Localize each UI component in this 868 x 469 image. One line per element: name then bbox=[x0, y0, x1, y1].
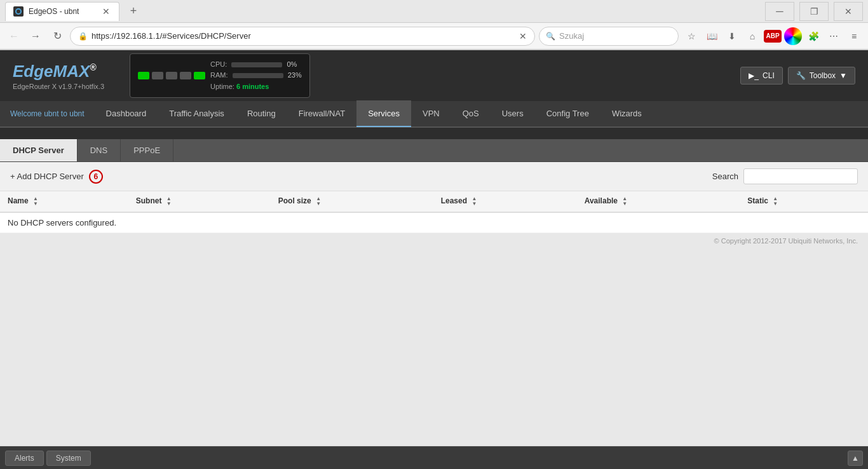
badge-number: 6 bbox=[89, 170, 103, 184]
close-button[interactable]: ✕ bbox=[834, 2, 863, 21]
expand-button[interactable]: ▲ bbox=[848, 451, 863, 466]
copyright-text: © Copyright 2012-2017 Ubiquiti Networks,… bbox=[0, 233, 868, 248]
forward-button[interactable]: → bbox=[27, 27, 44, 45]
cpu-bar-container bbox=[231, 62, 282, 67]
browser-actions: ☆ 📖 ⬇ ⌂ ABP 🧩 ⋯ ≡ bbox=[682, 27, 863, 45]
search-label: Search bbox=[712, 172, 738, 181]
col-name[interactable]: Name ▲▼ bbox=[0, 191, 128, 212]
sub-tab-pppoe[interactable]: PPPoE bbox=[121, 139, 173, 161]
ram-value: 23% bbox=[288, 71, 302, 79]
device-status-panel: CPU: 0% RAM: 23% Uptime: 6 minutes bbox=[130, 53, 310, 99]
logo-edge: Edge bbox=[13, 62, 53, 81]
toolbox-button[interactable]: 🔧 Toolbox ▼ bbox=[788, 67, 855, 85]
minimize-button[interactable]: ─ bbox=[765, 2, 794, 21]
table-toolbar: + Add DHCP Server 6 Search bbox=[0, 162, 868, 191]
cpu-stat: CPU: 0% bbox=[210, 59, 302, 71]
system-button[interactable]: System bbox=[46, 451, 91, 466]
tab-firewall-nat[interactable]: Firewall/NAT bbox=[287, 100, 356, 127]
tab-close-button[interactable]: ✕ bbox=[101, 6, 111, 17]
search-input[interactable] bbox=[743, 168, 858, 184]
reload-button[interactable]: ↻ bbox=[48, 27, 66, 45]
app-container: EdgeMAX® EdgeRouter X v1.9.7+hotfix.3 CP… bbox=[0, 50, 868, 139]
search-bar[interactable]: 🔍 Szukaj bbox=[539, 27, 679, 46]
home-button[interactable]: ⌂ bbox=[743, 27, 761, 45]
tab-users[interactable]: Users bbox=[491, 100, 535, 127]
browser-tab-active[interactable]: EdgeOS - ubnt ✕ bbox=[5, 2, 119, 21]
table-header-row: Name ▲▼ Subnet ▲▼ Pool size ▲▼ Leased ▲▼ bbox=[0, 191, 868, 212]
empty-message: No DHCP servers configured. bbox=[0, 212, 868, 233]
logo-area: EdgeMAX® EdgeRouter X v1.9.7+hotfix.3 bbox=[13, 62, 104, 90]
cpu-label: CPU: bbox=[210, 60, 227, 68]
tab-routing[interactable]: Routing bbox=[236, 100, 287, 127]
ram-label: RAM: bbox=[210, 71, 228, 79]
terminal-icon: ▶_ bbox=[749, 71, 759, 80]
col-available[interactable]: Available ▲▼ bbox=[577, 191, 740, 212]
tab-traffic-analysis[interactable]: Traffic Analysis bbox=[158, 100, 236, 127]
tab-dashboard[interactable]: Dashboard bbox=[95, 100, 158, 127]
new-tab-button[interactable]: + bbox=[125, 3, 142, 20]
app-header: EdgeMAX® EdgeRouter X v1.9.7+hotfix.3 CP… bbox=[0, 50, 868, 101]
cli-button[interactable]: ▶_ CLI bbox=[740, 67, 782, 85]
search-area: Search bbox=[712, 168, 858, 184]
nav-username[interactable]: ubnt bbox=[44, 109, 61, 118]
leased-sort-icon: ▲▼ bbox=[471, 196, 477, 207]
url-bar[interactable]: 🔒 https://192.168.1.1/#Services/DHCP/Ser… bbox=[70, 27, 535, 46]
tab-services[interactable]: Services bbox=[356, 100, 411, 127]
col-static[interactable]: Static ▲▼ bbox=[740, 191, 868, 212]
add-dhcp-server-button[interactable]: + Add DHCP Server bbox=[10, 172, 84, 181]
toolbox-icon: 🔧 bbox=[796, 71, 806, 80]
url-reload-icon: ✕ bbox=[519, 31, 527, 41]
more-button[interactable]: ⋯ bbox=[825, 27, 843, 45]
uptime-stat: Uptime: 6 minutes bbox=[210, 81, 302, 93]
tab-config-tree[interactable]: Config Tree bbox=[535, 100, 600, 127]
col-subnet[interactable]: Subnet ▲▼ bbox=[128, 191, 271, 212]
name-sort-icon: ▲▼ bbox=[33, 196, 38, 207]
table-body: No DHCP servers configured. bbox=[0, 212, 868, 233]
download-button[interactable]: ⬇ bbox=[723, 27, 741, 45]
tab-vpn[interactable]: VPN bbox=[411, 100, 451, 127]
tab-qos[interactable]: QoS bbox=[451, 100, 491, 127]
welcome-message: Welcome ubnt to ubnt bbox=[0, 109, 95, 118]
col-pool-size[interactable]: Pool size ▲▼ bbox=[271, 191, 433, 212]
ram-bar-container bbox=[233, 73, 283, 78]
port-icon-0 bbox=[138, 72, 149, 79]
search-placeholder-text: Szukaj bbox=[559, 31, 584, 41]
toolbar-left: + Add DHCP Server 6 bbox=[10, 170, 103, 184]
alerts-button[interactable]: Alerts bbox=[5, 451, 44, 466]
available-sort-icon: ▲▼ bbox=[622, 196, 627, 207]
sub-tab-dns[interactable]: DNS bbox=[78, 139, 121, 161]
logo-max: MAX bbox=[53, 62, 90, 81]
chrome-button[interactable] bbox=[784, 27, 802, 45]
menu-button[interactable]: ≡ bbox=[845, 27, 863, 45]
ssl-lock-icon: 🔒 bbox=[78, 32, 88, 41]
tab-wizards[interactable]: Wizards bbox=[600, 100, 653, 127]
search-icon: 🔍 bbox=[546, 32, 555, 41]
welcome-prefix: Welcome bbox=[10, 109, 42, 118]
dhcp-table: Name ▲▼ Subnet ▲▼ Pool size ▲▼ Leased ▲▼ bbox=[0, 191, 868, 233]
logo: EdgeMAX® bbox=[13, 62, 104, 81]
port-icons bbox=[138, 72, 205, 79]
port-icon-4 bbox=[194, 72, 205, 79]
reading-list-button[interactable]: 📖 bbox=[703, 27, 721, 45]
sys-stats: CPU: 0% RAM: 23% Uptime: 6 minutes bbox=[210, 59, 302, 93]
content-area: DHCP Server DNS PPPoE + Add DHCP Server … bbox=[0, 139, 868, 469]
version-text: EdgeRouter X v1.9.7+hotfix.3 bbox=[13, 83, 104, 90]
static-sort-icon: ▲▼ bbox=[773, 196, 778, 207]
nav-hostname[interactable]: ubnt bbox=[69, 109, 84, 118]
extensions-button[interactable]: 🧩 bbox=[804, 27, 822, 45]
sub-tab-dhcp-server[interactable]: DHCP Server bbox=[0, 139, 78, 161]
abp-button[interactable]: ABP bbox=[764, 30, 782, 43]
toolbox-label: Toolbox bbox=[810, 71, 836, 80]
url-text: https://192.168.1.1/#Services/DHCP/Serve… bbox=[92, 31, 513, 41]
header-actions: ▶_ CLI 🔧 Toolbox ▼ bbox=[740, 67, 855, 85]
sub-tabs: DHCP Server DNS PPPoE bbox=[0, 139, 868, 162]
port-icon-2 bbox=[166, 72, 177, 79]
browser-titlebar: EdgeOS - ubnt ✕ + ─ ❐ ✕ bbox=[0, 0, 868, 23]
back-button[interactable]: ← bbox=[5, 27, 23, 45]
tab-favicon bbox=[13, 6, 24, 17]
bookmark-button[interactable]: ☆ bbox=[682, 27, 700, 45]
ram-stat: RAM: 23% bbox=[210, 70, 302, 81]
col-leased[interactable]: Leased ▲▼ bbox=[433, 191, 577, 212]
restore-button[interactable]: ❐ bbox=[799, 2, 829, 21]
pool-size-sort-icon: ▲▼ bbox=[316, 196, 321, 207]
